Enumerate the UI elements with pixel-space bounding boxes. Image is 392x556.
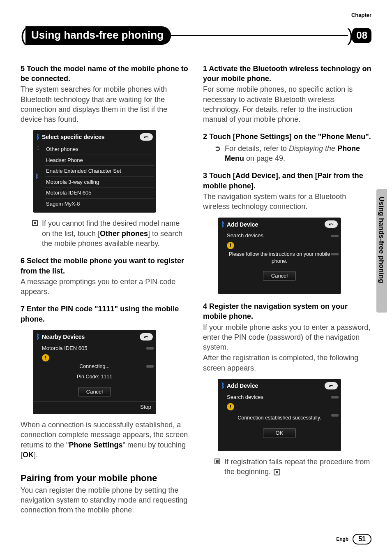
alert-icon: ! (227, 403, 234, 410)
step-2-sub: ➲ For details, refer to Displaying the P… (203, 144, 371, 164)
step-1-body: For some mobile phones, no specific acti… (203, 84, 371, 124)
step-6-head: 6 Select the mobile phone you want to re… (21, 256, 189, 276)
text-bold: Phone Settings (69, 441, 122, 449)
screenshot-add-device-ok: ᛒAdd Device ⤺ Search devices ! Connectio… (218, 379, 341, 451)
alert-row: ! (33, 352, 156, 361)
after-ss2-text: When a connection is successfully establ… (21, 420, 189, 460)
text: For details, refer to (225, 144, 289, 153)
back-button[interactable]: ⤺ (325, 382, 338, 389)
end-square-icon (274, 469, 280, 475)
screenshot-select-devices: ᛒSelect specific devices ⤺ ⭥ ᛒ Other pho… (33, 130, 156, 213)
back-button[interactable]: ⤺ (140, 333, 153, 341)
cancel-button[interactable]: Cancel (263, 271, 296, 281)
alert-icon: ! (42, 354, 49, 361)
list-item[interactable]: Other phones (45, 144, 154, 155)
connecting-line1: Connecting... (33, 361, 156, 373)
cancel-button[interactable]: Cancel (78, 387, 111, 397)
ss3-sub: Search devices (218, 230, 341, 239)
alert-row: ! (218, 401, 341, 410)
back-button[interactable]: ⤺ (140, 133, 153, 141)
side-tab-text: Using hands-free phoning (376, 197, 386, 283)
list-item[interactable]: Sagem MyX-8 (45, 199, 154, 210)
scroll-ticks (146, 345, 154, 369)
footer-lang: Engb (336, 536, 348, 542)
bluetooth-icon: ᛒAdd Device (221, 381, 258, 390)
left-column: 5 Touch the model name of the mobile pho… (21, 64, 189, 515)
ss3-msg: Please follow the instructions on your m… (218, 249, 341, 268)
chapter-header: ( Using hands-free phoning ) 08 (21, 24, 371, 47)
list-item[interactable]: Enable Extended Character Set (45, 166, 154, 177)
alert-icon: ! (227, 242, 234, 249)
step-4-body1: If your mobile phone asks you to enter a… (203, 322, 371, 352)
chapter-badge: 08 (352, 28, 371, 43)
chapter-label: Chapter (351, 12, 371, 19)
page-footer: Engb 51 (336, 534, 371, 544)
ss2-sub: Motorola IDEN 605 (33, 343, 156, 352)
ss1-title: Select specific devices (42, 134, 105, 140)
step-4-body2: After the registration is completed, the… (203, 353, 371, 373)
page-title: Using hands-free phoning (25, 26, 171, 45)
ss4-sub: Search devices (218, 392, 341, 401)
ss2-title: Nearby Devices (42, 334, 85, 340)
scroll-ticks (331, 394, 339, 418)
bullet-box-icon (214, 459, 220, 464)
pairing-body: You can register the mobile phone by set… (21, 485, 189, 515)
screenshot-nearby-devices: ᛒNearby Devices ⤺ Motorola IDEN 605 ! Co… (33, 330, 156, 414)
bluetooth-icon: ᛒSelect specific devices (36, 132, 105, 141)
ss4-msg: Connection established successfully. (218, 410, 341, 425)
note-other-phones: If you cannot find the desired model nam… (21, 218, 189, 248)
ok-button[interactable]: OK (263, 428, 296, 438)
step-2-head: 2 Touch [Phone Settings] on the "Phone M… (203, 132, 371, 141)
screenshot-add-device-wait: ᛒAdd Device ⤺ Search devices ! Please fo… (218, 218, 341, 294)
bluetooth-icon: ᛒNearby Devices (36, 332, 85, 341)
alert-row: ! (218, 239, 341, 249)
text-bold: OK (23, 451, 34, 459)
list-item[interactable]: Motorola 3-way calling (45, 177, 154, 188)
stop-button[interactable]: Stop (33, 401, 156, 414)
step-4-head: 4 Register the navigation system on your… (203, 301, 371, 322)
step-5-head: 5 Touch the model name of the mobile pho… (21, 64, 189, 84)
device-list: Other phones Headset Phone Enable Extend… (33, 143, 156, 213)
step-7-head: 7 Enter the PIN code "1111" using the mo… (21, 304, 189, 324)
pairing-heading: Pairing from your mobile phone (21, 472, 189, 484)
scroll-ticks (331, 233, 339, 257)
bullet-box-icon (32, 220, 38, 226)
connecting-line2: Pin Code: 1111 (33, 373, 156, 384)
right-column: 1 Activate the Bluetooth wireless techno… (203, 64, 371, 515)
footer-page: 51 (353, 534, 371, 544)
text: on page 49. (244, 154, 285, 162)
note-registration-fail: If registration fails repeat the procedu… (203, 457, 371, 477)
list-item[interactable]: Headset Phone (45, 155, 154, 166)
ss3-title: Add Device (227, 221, 258, 228)
text: ]. (34, 451, 38, 459)
text-italic: Displaying the (289, 144, 335, 153)
back-button[interactable]: ⤺ (325, 220, 338, 228)
note-text: If registration fails repeat the procedu… (224, 458, 370, 476)
step-5-body: The system searches for mobile phones wi… (21, 84, 189, 124)
step-3-head: 3 Touch [Add Device], and then [Pair fro… (203, 171, 371, 191)
step-1-head: 1 Activate the Bluetooth wireless techno… (203, 64, 371, 84)
step-3-body: The navigation system waits for a Blueto… (203, 192, 371, 212)
scroll-icons: ⭥ ᛒ (35, 144, 41, 180)
bluetooth-icon: ᛒAdd Device (221, 220, 258, 229)
note-bold: Other phones (100, 229, 148, 238)
header-rule (170, 35, 348, 36)
step-6-body: A message promptings you to enter a PIN … (21, 277, 189, 297)
ss4-title: Add Device (227, 382, 258, 389)
arrow-icon: ➲ (214, 144, 221, 164)
list-item[interactable]: Motorola IDEN 605 (45, 188, 154, 199)
